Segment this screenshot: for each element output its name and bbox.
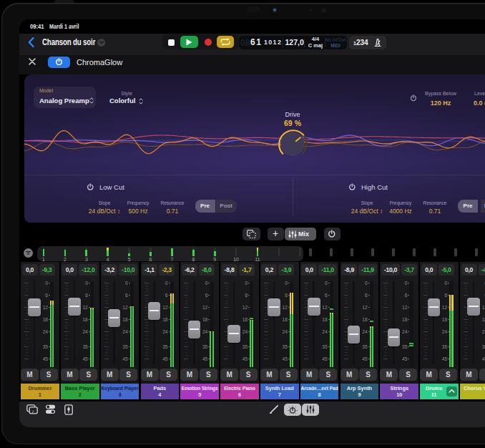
svg-text:♪: ♪ (31, 409, 34, 414)
